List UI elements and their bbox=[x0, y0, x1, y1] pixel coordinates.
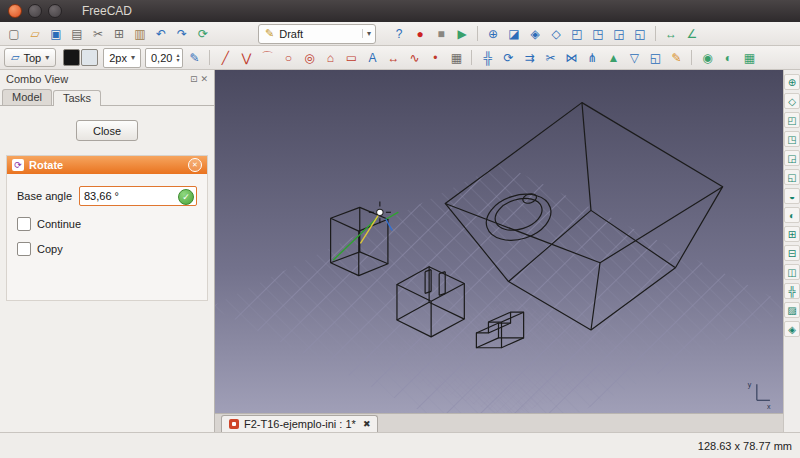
view-right-icon[interactable]: ◲ bbox=[784, 150, 800, 166]
save-file-icon[interactable]: ▣ bbox=[46, 24, 66, 43]
draft-point-icon[interactable]: • bbox=[425, 48, 445, 67]
tasks-close-button[interactable]: Close bbox=[76, 120, 138, 141]
chevron-down-icon: ▾ bbox=[131, 53, 135, 62]
face-color-swatch[interactable] bbox=[81, 49, 98, 66]
line-width-select[interactable]: 2px ▾ bbox=[103, 48, 141, 68]
view-top-icon[interactable]: ◳ bbox=[588, 24, 608, 43]
draft-polyline-icon[interactable]: ⋁ bbox=[236, 48, 256, 67]
toolbar-separator bbox=[471, 50, 472, 65]
view-isometric-icon[interactable]: ◇ bbox=[546, 24, 566, 43]
draft-offset-icon[interactable]: ⇉ bbox=[519, 48, 539, 67]
status-bar: 128.63 x 78.77 mm bbox=[0, 432, 800, 458]
workbench-selector[interactable]: ✎ Draft ▾ bbox=[258, 24, 376, 44]
clipping-plane-icon[interactable]: ◫ bbox=[784, 264, 800, 280]
document-tab-label: F2-T16-ejemplo-ini : 1* bbox=[244, 418, 356, 430]
copy-checkbox[interactable] bbox=[17, 242, 31, 256]
cut-icon[interactable]: ✂ bbox=[88, 24, 108, 43]
draw-style-icon[interactable]: ◪ bbox=[504, 24, 524, 43]
view-home-icon[interactable]: ◈ bbox=[525, 24, 545, 43]
redo-icon[interactable]: ↷ bbox=[172, 24, 192, 43]
spinner-arrows[interactable]: ▴ ▾ bbox=[176, 53, 179, 63]
view-fit-all-icon[interactable]: ⊕ bbox=[784, 74, 800, 90]
task-close-icon[interactable]: ✕ bbox=[188, 158, 202, 172]
window-maximize-button[interactable] bbox=[48, 4, 62, 18]
snap-midpoint-icon[interactable]: ◐ bbox=[718, 48, 738, 67]
view-rear-icon[interactable]: ◱ bbox=[630, 24, 650, 43]
working-plane-button[interactable]: ▱ Top ▾ bbox=[4, 48, 56, 67]
view-front-icon[interactable]: ◰ bbox=[784, 112, 800, 128]
draft-circle-icon[interactable]: ○ bbox=[278, 48, 298, 67]
draft-upgrade-icon[interactable]: ▲ bbox=[603, 48, 623, 67]
draft-ellipse-icon[interactable]: ◎ bbox=[299, 48, 319, 67]
spin-down-icon[interactable]: ▾ bbox=[176, 58, 179, 63]
tab-model[interactable]: Model bbox=[2, 89, 52, 105]
zoom-in-icon[interactable]: ⊞ bbox=[784, 226, 800, 242]
document-tab[interactable]: F2-T16-ejemplo-ini : 1* ✖ bbox=[221, 415, 378, 432]
toolbar-separator bbox=[655, 26, 656, 41]
draft-trim-icon[interactable]: ✂ bbox=[540, 48, 560, 67]
snap-lock-icon[interactable]: ◉ bbox=[697, 48, 717, 67]
window-close-button[interactable] bbox=[8, 4, 22, 18]
draft-text-icon[interactable]: A bbox=[362, 48, 382, 67]
draft-polygon-icon[interactable]: ⌂ bbox=[320, 48, 340, 67]
window-minimize-button[interactable] bbox=[28, 4, 42, 18]
draft-rotate-icon[interactable]: ⟳ bbox=[498, 48, 518, 67]
3d-viewport[interactable]: y x bbox=[215, 70, 783, 413]
print-icon[interactable]: ▤ bbox=[67, 24, 87, 43]
undo-icon[interactable]: ↶ bbox=[151, 24, 171, 43]
draft-rectangle-icon[interactable]: ▭ bbox=[341, 48, 361, 67]
rotate-tool-icon: ⟳ bbox=[12, 159, 24, 171]
dock-float-icon[interactable]: ⊡ bbox=[190, 74, 198, 84]
view-axonometric-icon[interactable]: ◇ bbox=[784, 93, 800, 109]
base-angle-field: ✓ bbox=[79, 186, 197, 206]
draft-scale-icon[interactable]: ◱ bbox=[645, 48, 665, 67]
continue-checkbox[interactable] bbox=[17, 217, 31, 231]
draft-line-icon[interactable]: ╱ bbox=[215, 48, 235, 67]
tab-tasks[interactable]: Tasks bbox=[53, 90, 101, 106]
draft-snap-group: ◉◐▦ bbox=[697, 48, 759, 67]
view-bottom-icon[interactable]: ◒ bbox=[784, 188, 800, 204]
macro-record-icon[interactable]: ● bbox=[410, 24, 430, 43]
draft-join-icon[interactable]: ⋈ bbox=[561, 48, 581, 67]
open-file-icon[interactable]: ▱ bbox=[25, 24, 45, 43]
macro-play-icon[interactable]: ▶ bbox=[452, 24, 472, 43]
draft-split-icon[interactable]: ⋔ bbox=[582, 48, 602, 67]
working-plane-label: Top bbox=[23, 52, 41, 64]
scale-spinbox[interactable]: 0,20 ▴ ▾ bbox=[145, 48, 183, 68]
texture-view-icon[interactable]: ▨ bbox=[784, 302, 800, 318]
zoom-out-icon[interactable]: ⊟ bbox=[784, 245, 800, 261]
zoom-fit-icon[interactable]: ⊕ bbox=[483, 24, 503, 43]
draft-move-icon[interactable]: ╬ bbox=[477, 48, 497, 67]
macro-stop-icon[interactable]: ■ bbox=[431, 24, 451, 43]
draft-downgrade-icon[interactable]: ▽ bbox=[624, 48, 644, 67]
draft-dimension-icon[interactable]: ↔ bbox=[383, 48, 403, 67]
style-tools-group: ✎ bbox=[184, 48, 204, 67]
view-front-icon[interactable]: ◰ bbox=[567, 24, 587, 43]
view-right-icon[interactable]: ◲ bbox=[609, 24, 629, 43]
copy-icon[interactable]: ⊞ bbox=[109, 24, 129, 43]
new-file-icon[interactable]: ▢ bbox=[4, 24, 24, 43]
document-tabbar: F2-T16-ejemplo-ini : 1* ✖ bbox=[215, 413, 783, 432]
line-color-swatch[interactable] bbox=[63, 49, 80, 66]
view-top-icon[interactable]: ◳ bbox=[784, 131, 800, 147]
toggle-grid-icon[interactable]: ▦ bbox=[739, 48, 759, 67]
view-left-icon[interactable]: ◐ bbox=[784, 207, 800, 223]
paste-icon[interactable]: ▥ bbox=[130, 24, 150, 43]
chevron-down-icon: ▾ bbox=[45, 53, 49, 62]
apply-style-icon[interactable]: ✎ bbox=[184, 48, 204, 67]
draft-arc-icon[interactable]: ⌒ bbox=[257, 48, 277, 67]
stereo-view-icon[interactable]: ◈ bbox=[784, 321, 800, 337]
tab-close-icon[interactable]: ✖ bbox=[363, 419, 371, 429]
draft-bspline-icon[interactable]: ∿ bbox=[404, 48, 424, 67]
draft-edit-icon[interactable]: ✎ bbox=[666, 48, 686, 67]
measure-distance-icon[interactable]: ↔ bbox=[661, 24, 681, 43]
whatsthis-icon[interactable]: ? bbox=[389, 24, 409, 43]
draft-facebinder-icon[interactable]: ▦ bbox=[446, 48, 466, 67]
copy-label[interactable]: Copy bbox=[37, 243, 63, 255]
continue-label[interactable]: Continue bbox=[37, 218, 81, 230]
measure-angle-icon[interactable]: ∠ bbox=[682, 24, 702, 43]
refresh-icon[interactable]: ⟳ bbox=[193, 24, 213, 43]
dock-close-icon[interactable]: ✕ bbox=[200, 74, 208, 84]
view-rear-icon[interactable]: ◱ bbox=[784, 169, 800, 185]
axis-cross-icon[interactable]: ╬ bbox=[784, 283, 800, 299]
